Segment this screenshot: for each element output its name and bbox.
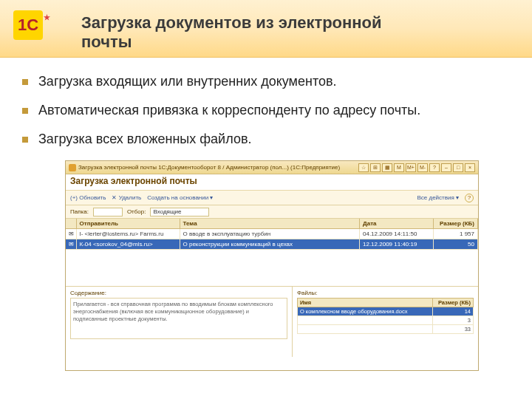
form-heading: Загрузка электронной почты	[66, 174, 478, 191]
bullet-text: Загрузка всех вложенных файлов.	[38, 132, 251, 147]
bullet-text: Автоматическая привязка к корреспонденту…	[38, 103, 420, 118]
bottom-panel: Содержание: Прилагается - вся справочная…	[66, 287, 478, 357]
description-panel: Содержание: Прилагается - вся справочная…	[66, 287, 293, 357]
mail-icon: ✉	[66, 229, 76, 239]
file-row[interactable]: 33	[297, 325, 473, 334]
window-titlebar: Загрузка электронной почты 1С:Документоо…	[66, 161, 478, 174]
cell-from: I- <lerter@iostems.ru> Farms.ru	[76, 229, 180, 239]
tb-btn[interactable]: M-	[417, 163, 428, 172]
tb-btn[interactable]: ⊞	[370, 163, 381, 172]
description-text: Прилагается - вся справочная программа п…	[70, 298, 287, 339]
bullet-icon	[22, 137, 28, 143]
cell-date: 04.12.2009 14:11:50	[360, 229, 434, 239]
files-col-name: Имя	[297, 299, 432, 307]
cell-size: 50	[434, 239, 478, 250]
tb-btn[interactable]: ?	[429, 163, 440, 172]
toolbar: (+) Обновить ✕ Удалить Создать на основа…	[66, 191, 478, 205]
files-table: ИмяРазмер (КБ) О комплексном вводе обору…	[297, 298, 474, 334]
messages-table: Отправитель Тема Дата Размер (КБ) ✉ I- <…	[66, 219, 478, 250]
filter-label: Папка:	[70, 208, 89, 215]
col-icon	[66, 219, 76, 229]
files-panel: Файлы: ИмяРазмер (КБ) О комплексном ввод…	[293, 287, 478, 357]
tb-btn[interactable]: M+	[406, 163, 416, 172]
bullet-icon	[22, 108, 28, 114]
files-label: Файлы:	[297, 290, 474, 296]
help-icon[interactable]: ?	[465, 194, 474, 202]
create-based-button[interactable]: Создать на основании ▾	[147, 194, 213, 201]
col-subject: Тема	[180, 219, 360, 229]
table-header-row: Отправитель Тема Дата Размер (КБ)	[66, 219, 478, 229]
app-icon	[69, 164, 76, 171]
file-name	[297, 325, 432, 334]
bullet-icon	[22, 79, 28, 85]
slide-title-line2: почты	[81, 33, 132, 52]
refresh-button[interactable]: (+) Обновить	[70, 194, 106, 201]
file-size: 14	[432, 307, 473, 316]
tb-btn[interactable]: ☆	[358, 163, 369, 172]
filter-label: Отбор:	[127, 208, 146, 215]
bullet-list: Загрузка входящих или внутренних докумен…	[22, 74, 532, 147]
file-size: 3	[432, 316, 473, 325]
list-item: Загрузка входящих или внутренних докумен…	[22, 74, 532, 89]
logo-text: 1С	[18, 16, 38, 35]
description-label: Содержание:	[70, 290, 287, 296]
filter-input[interactable]: Входящие	[150, 208, 209, 216]
table-row-selected[interactable]: ✉ К-04 <sorokov_04@mls.ru> О реконструкц…	[66, 239, 478, 250]
files-col-size: Размер (КБ)	[432, 299, 473, 307]
cell-size: 1 957	[434, 229, 478, 239]
file-row-selected[interactable]: О комплексном вводе оборудования.docx14	[297, 307, 473, 316]
filterbar: Папка: Отбор: Входящие	[66, 205, 478, 219]
logo-1c: 1С ★	[13, 10, 58, 46]
file-name: О комплексном вводе оборудования.docx	[297, 307, 432, 316]
col-size: Размер (КБ)	[434, 219, 478, 229]
mail-icon: ✉	[66, 239, 76, 250]
cell-subject: О реконструкции коммуникаций в цехах	[180, 239, 360, 250]
folder-input[interactable]	[93, 208, 123, 216]
tb-btn[interactable]: M	[394, 163, 404, 172]
file-name	[297, 316, 432, 325]
tb-btn-max[interactable]: □	[453, 163, 463, 172]
bullet-text: Загрузка входящих или внутренних докумен…	[38, 74, 337, 89]
window-title: Загрузка электронной почты 1С:Документоо…	[78, 164, 356, 171]
tb-btn-close[interactable]: ×	[465, 163, 475, 172]
cell-subject: О вводе в эксплуатацию турбин	[180, 229, 360, 239]
titlebar-buttons: ☆ ⊞ ▦ M M+ M- ? – □ ×	[358, 163, 475, 172]
all-actions-button[interactable]: Все действия ▾	[417, 194, 459, 201]
embedded-screenshot: Загрузка электронной почты 1С:Документоо…	[65, 160, 479, 371]
tb-btn-min[interactable]: –	[441, 163, 451, 172]
list-item: Загрузка всех вложенных файлов.	[22, 132, 532, 147]
delete-button[interactable]: ✕ Удалить	[112, 194, 141, 201]
cell-from: К-04 <sorokov_04@mls.ru>	[76, 239, 180, 250]
slide-header: 1С ★ Загрузка документов из электронной …	[0, 0, 532, 58]
col-date: Дата	[360, 219, 434, 229]
col-from: Отправитель	[76, 219, 180, 229]
table-row[interactable]: ✉ I- <lerter@iostems.ru> Farms.ru О ввод…	[66, 229, 478, 239]
slide-title-line1: Загрузка документов из электронной	[81, 13, 382, 33]
file-row[interactable]: 3	[297, 316, 473, 325]
tb-btn[interactable]: ▦	[382, 163, 392, 172]
logo-star-icon: ★	[44, 13, 50, 21]
list-item: Автоматическая привязка к корреспонденту…	[22, 103, 532, 118]
file-size: 33	[432, 325, 473, 334]
cell-date: 12.12.2009 11:40:19	[360, 239, 434, 250]
